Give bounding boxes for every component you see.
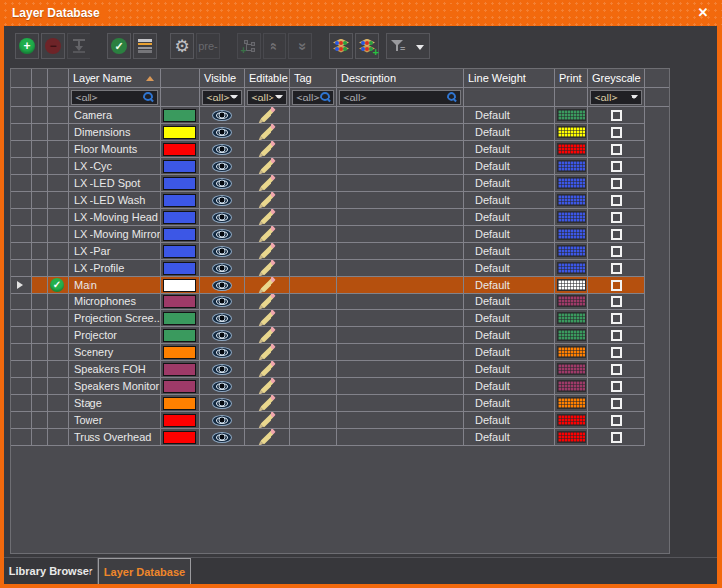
pencil-icon[interactable]	[260, 227, 273, 241]
visible-cell[interactable]	[200, 175, 245, 192]
layer-color-cell[interactable]	[161, 344, 200, 361]
eye-icon[interactable]	[212, 144, 232, 155]
layer-name-cell[interactable]: LX -LED Spot	[69, 175, 161, 192]
print-cell[interactable]	[555, 378, 588, 395]
col-editable-header[interactable]: Editable	[245, 69, 290, 87]
eye-icon[interactable]	[212, 296, 232, 307]
layer-name-cell[interactable]: Speakers FOH	[69, 361, 161, 378]
print-cell[interactable]	[555, 294, 588, 310]
greyscale-checkbox[interactable]	[611, 212, 622, 223]
color-swatch[interactable]	[163, 329, 196, 342]
editable-cell[interactable]	[245, 192, 290, 209]
description-cell[interactable]	[337, 107, 464, 124]
description-cell[interactable]	[337, 429, 464, 446]
table-row[interactable]: ✓ Microphones Default	[11, 294, 669, 310]
eye-icon[interactable]	[212, 398, 232, 409]
line-weight-cell[interactable]: Default	[464, 310, 555, 327]
visible-cell[interactable]	[200, 412, 245, 429]
greyscale-cell[interactable]	[588, 395, 645, 412]
line-weight-cell[interactable]: Default	[464, 175, 555, 192]
greyscale-checkbox[interactable]	[611, 313, 622, 324]
print-cell[interactable]	[555, 209, 588, 226]
line-weight-cell[interactable]: Default	[464, 158, 555, 175]
greyscale-checkbox[interactable]	[611, 144, 622, 155]
tag-cell[interactable]	[290, 294, 337, 310]
line-weight-cell[interactable]: Default	[464, 327, 555, 344]
pencil-icon[interactable]	[260, 261, 273, 275]
move-down-button[interactable]: «	[288, 33, 312, 59]
greyscale-cell[interactable]	[588, 141, 645, 158]
print-pattern-swatch[interactable]	[557, 109, 586, 121]
layer-name-cell[interactable]: LX -LED Wash	[69, 192, 161, 209]
color-swatch[interactable]	[163, 126, 196, 139]
print-cell[interactable]	[555, 429, 588, 446]
layer-colors-button[interactable]	[329, 33, 353, 59]
eye-icon[interactable]	[212, 110, 232, 121]
editable-cell[interactable]	[245, 226, 290, 243]
print-cell[interactable]	[555, 243, 588, 260]
layer-color-cell[interactable]	[161, 141, 200, 158]
print-cell[interactable]	[555, 277, 588, 294]
eye-icon[interactable]	[212, 415, 232, 426]
description-cell[interactable]	[337, 277, 464, 294]
tab-layer-database[interactable]: Layer Database	[98, 558, 191, 584]
greyscale-checkbox[interactable]	[611, 347, 622, 358]
editable-cell[interactable]	[245, 175, 290, 192]
col-greyscale-header[interactable]: Greyscale	[588, 69, 645, 87]
color-swatch[interactable]	[163, 177, 196, 190]
print-cell[interactable]	[555, 158, 588, 175]
layer-name-cell[interactable]: LX -Par	[69, 243, 161, 260]
description-cell[interactable]	[337, 327, 464, 344]
greyscale-checkbox[interactable]	[611, 195, 622, 206]
pencil-icon[interactable]	[260, 345, 273, 359]
eye-icon[interactable]	[212, 127, 232, 138]
layer-name-cell[interactable]: LX -Profile	[69, 260, 161, 277]
greyscale-cell[interactable]	[588, 429, 645, 446]
layer-color-cell[interactable]	[161, 158, 200, 175]
add-layer-button[interactable]: +	[15, 33, 39, 59]
settings-button[interactable]: ⚙	[170, 33, 194, 59]
visible-cell[interactable]	[200, 395, 245, 412]
table-row[interactable]: ✓ Projection Scree... Default	[11, 310, 669, 327]
line-weight-cell[interactable]: Default	[464, 107, 555, 124]
greyscale-checkbox[interactable]	[611, 263, 622, 274]
layer-name-cell[interactable]: Tower	[69, 412, 161, 429]
tag-cell[interactable]	[290, 124, 337, 141]
tag-cell[interactable]	[290, 361, 337, 378]
table-row[interactable]: ✓ LX -Moving Head Default	[11, 209, 669, 226]
description-cell[interactable]	[337, 395, 464, 412]
editable-cell[interactable]	[245, 243, 290, 260]
col-print-header[interactable]: Print	[555, 69, 588, 87]
tag-cell[interactable]	[290, 107, 337, 124]
editable-cell[interactable]	[245, 344, 290, 361]
prefix-button[interactable]: pre-	[196, 33, 220, 59]
layer-name-cell[interactable]: Stage	[69, 395, 161, 412]
tag-cell[interactable]	[290, 327, 337, 344]
pencil-icon[interactable]	[260, 278, 273, 292]
greyscale-cell[interactable]	[588, 412, 645, 429]
line-weight-cell[interactable]: Default	[464, 412, 555, 429]
print-cell[interactable]	[555, 412, 588, 429]
description-cell[interactable]	[337, 412, 464, 429]
layers-button[interactable]	[133, 33, 157, 59]
table-row[interactable]: ✓ LX -Par Default	[11, 243, 669, 260]
editable-cell[interactable]	[245, 277, 290, 294]
tag-cell[interactable]	[290, 378, 337, 395]
layer-color-cell[interactable]	[161, 429, 200, 446]
color-swatch[interactable]	[163, 346, 196, 359]
layer-color-cell[interactable]	[161, 310, 200, 327]
color-swatch[interactable]	[163, 295, 196, 308]
visible-cell[interactable]	[200, 243, 245, 260]
table-row[interactable]: ✓ Floor Mounts Default	[11, 141, 669, 158]
editable-cell[interactable]	[245, 294, 290, 310]
visible-cell[interactable]	[200, 192, 245, 209]
print-cell[interactable]	[555, 141, 588, 158]
eye-icon[interactable]	[212, 381, 232, 392]
greyscale-checkbox[interactable]	[611, 398, 622, 409]
tag-filter-input[interactable]: <all>	[292, 90, 334, 105]
print-pattern-swatch[interactable]	[557, 143, 586, 155]
greyscale-checkbox[interactable]	[611, 229, 622, 240]
layer-color-cell[interactable]	[161, 412, 200, 429]
print-cell[interactable]	[555, 260, 588, 277]
tag-cell[interactable]	[290, 412, 337, 429]
